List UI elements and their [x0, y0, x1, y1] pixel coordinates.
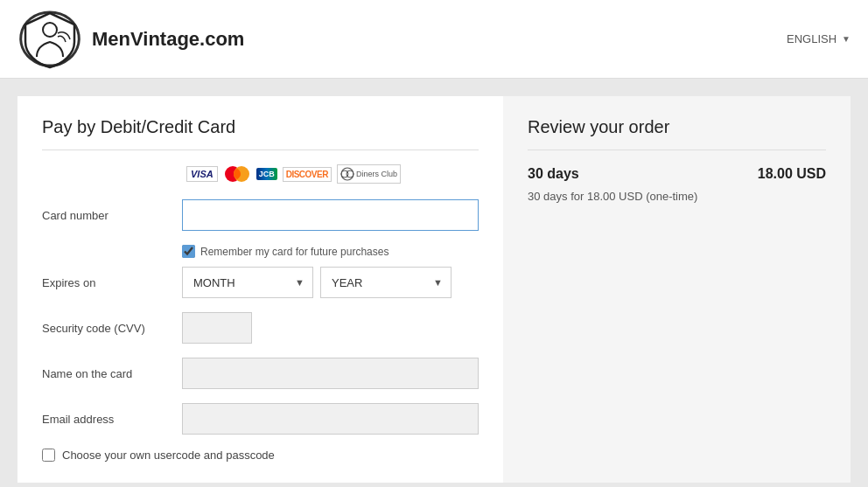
- usercode-checkbox[interactable]: [42, 449, 55, 462]
- logo-text: MenVintage.com: [92, 28, 244, 51]
- logo-icon: [18, 9, 83, 70]
- card-number-label: Card number: [42, 209, 182, 222]
- security-code-control: [182, 312, 479, 344]
- order-title: Review your order: [528, 117, 826, 150]
- order-plan-name: 30 days: [528, 166, 579, 182]
- usercode-row: Choose your own usercode and passcode: [42, 449, 479, 462]
- logo-area: MenVintage.com: [18, 9, 244, 70]
- month-select[interactable]: MONTH 010203 040506 070809 101112: [182, 267, 313, 298]
- header: MenVintage.com ENGLISH ▼: [0, 0, 868, 79]
- visa-logo: VISA: [186, 166, 218, 182]
- email-label: Email address: [42, 413, 182, 426]
- name-on-card-input[interactable]: [182, 358, 479, 389]
- usercode-label: Choose your own usercode and passcode: [62, 449, 275, 462]
- order-plan-row: 30 days 18.00 USD: [528, 166, 826, 182]
- card-number-row: Card number: [42, 199, 479, 231]
- remember-row: Remember my card for future purchases: [182, 245, 479, 258]
- language-selector[interactable]: ENGLISH ▼: [787, 32, 850, 45]
- name-on-card-control: [182, 358, 479, 389]
- order-desc-text: 30 days for 18.00 USD (one-time): [528, 190, 697, 203]
- expires-label: Expires on: [42, 276, 182, 289]
- chevron-down-icon: ▼: [842, 34, 850, 44]
- email-row: Email address: [42, 403, 479, 435]
- expires-row: Expires on MONTH 010203 040506 070809 10…: [42, 267, 479, 298]
- month-select-wrapper: MONTH 010203 040506 070809 101112: [182, 267, 313, 298]
- main-content: Pay by Debit/Credit Card VISA JCB DISCOV…: [0, 79, 868, 487]
- security-code-row: Security code (CVV): [42, 312, 479, 344]
- order-price: 18.00 USD: [758, 166, 826, 182]
- diners-club-logo: Diners Club: [337, 164, 401, 184]
- svg-point-3: [341, 168, 354, 180]
- name-on-card-label: Name on the card: [42, 367, 182, 380]
- name-on-card-row: Name on the card: [42, 358, 479, 389]
- svg-point-0: [43, 23, 57, 37]
- order-panel: Review your order 30 days 18.00 USD 30 d…: [503, 96, 850, 483]
- card-logos: VISA JCB DISCOVER Diners Club: [186, 164, 479, 184]
- payment-title: Pay by Debit/Credit Card: [42, 117, 479, 150]
- remember-card-checkbox[interactable]: [182, 245, 195, 258]
- year-select-wrapper: YEAR 202420252026 202720282029 203020312…: [320, 267, 452, 298]
- payment-panel: Pay by Debit/Credit Card VISA JCB DISCOV…: [18, 96, 503, 483]
- expires-selects: MONTH 010203 040506 070809 101112 YEAR 2…: [182, 267, 452, 298]
- mastercard-logo: [223, 165, 251, 183]
- security-code-input[interactable]: [182, 312, 252, 344]
- card-number-control: [182, 199, 479, 231]
- year-select[interactable]: YEAR 202420252026 202720282029 203020312…: [320, 267, 452, 298]
- order-description: 30 days for 18.00 USD (one-time): [528, 189, 826, 203]
- security-code-label: Security code (CVV): [42, 322, 182, 335]
- discover-logo: DISCOVER: [283, 167, 332, 182]
- remember-label: Remember my card for future purchases: [200, 246, 388, 258]
- svg-point-5: [346, 170, 354, 177]
- email-control: [182, 403, 479, 435]
- language-label: ENGLISH: [787, 32, 836, 45]
- jcb-logo: JCB: [256, 168, 277, 180]
- email-input[interactable]: [182, 403, 479, 435]
- card-number-input[interactable]: [182, 199, 479, 231]
